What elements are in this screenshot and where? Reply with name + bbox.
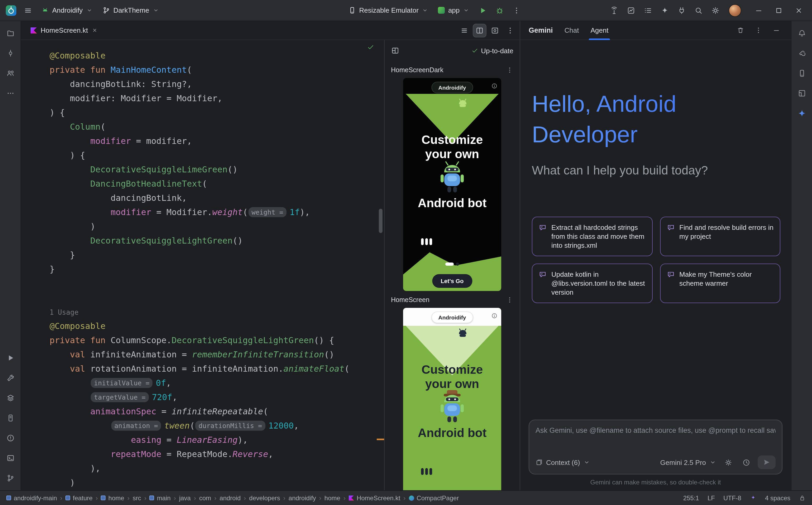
branch-selector[interactable]: DarkTheme [98, 2, 163, 18]
code-line[interactable]: val infiniteAnimation = rememberInfinite… [49, 347, 384, 362]
code-line[interactable]: @Composable [49, 319, 384, 333]
code-line[interactable]: animationSpec = infiniteRepeatable( [49, 404, 384, 418]
send-button[interactable] [758, 456, 776, 469]
gradle-icon[interactable] [794, 45, 810, 61]
gemini-prompt-input[interactable]: Ask Gemini, use @filename to attach sour… [529, 419, 783, 474]
build-icon[interactable] [2, 370, 18, 386]
minimize-button[interactable] [749, 0, 769, 21]
breadcrumb-item[interactable]: feature [66, 494, 93, 502]
editor-options-icon[interactable] [506, 26, 514, 34]
preview-options-icon[interactable] [506, 296, 513, 304]
run-config-selector[interactable]: app [434, 2, 474, 18]
code-line[interactable]: initialValue =0f, [49, 376, 384, 390]
code-line[interactable]: Column( [49, 120, 384, 134]
code-line[interactable]: repeatMode = RepeatMode.Reverse, [49, 447, 384, 461]
code-line[interactable]: modifier = Modifier.weight(weight =1f), [49, 205, 384, 219]
encoding[interactable]: UTF-8 [723, 494, 741, 502]
code-line[interactable]: targetValue =720f, [49, 390, 384, 404]
breadcrumb-item[interactable]: android [220, 494, 241, 502]
code-line[interactable]: ) { [49, 148, 384, 162]
notifications-bell-icon[interactable] [794, 25, 810, 41]
caret-position[interactable]: 255:1 [683, 494, 699, 502]
code-view-icon[interactable] [457, 23, 471, 37]
code-line[interactable]: ) { [49, 106, 384, 120]
code-line[interactable]: modifier = modifier, [49, 134, 384, 148]
editor-scrollbar[interactable] [379, 209, 382, 233]
terminal-icon[interactable] [2, 450, 18, 466]
code-line[interactable]: 1 Usage [49, 305, 384, 319]
gemini-settings-icon[interactable] [722, 456, 734, 469]
preview-label-HomeScreenDark[interactable]: HomeScreenDark [385, 63, 520, 77]
debug-button[interactable] [492, 2, 507, 18]
breadcrumb-item[interactable]: HomeScreen.kt [349, 494, 400, 502]
context-selector[interactable]: Context (6) [536, 458, 591, 466]
close-button[interactable] [789, 0, 809, 21]
code-line[interactable]: @Composable [49, 48, 384, 63]
preview-phone-dark[interactable]: Androidify Customizeyour own Android bot… [403, 78, 501, 291]
code-line[interactable]: DancingBotHeadlineText( [49, 177, 384, 191]
lets-go-button[interactable]: Let's Go [432, 274, 472, 288]
code-line[interactable]: easing = LinearEasing), [49, 433, 384, 447]
gemini-suggestion-card[interactable]: Make my Theme's color scheme warmer [660, 264, 780, 303]
commit-icon[interactable] [2, 45, 18, 61]
code-line[interactable]: private fun MainHomeContent( [49, 63, 384, 77]
model-selector[interactable]: Gemini 2.5 Pro [660, 458, 716, 466]
search-icon[interactable] [691, 2, 706, 18]
info-icon[interactable] [491, 313, 497, 319]
breadcrumb-item[interactable]: src [133, 494, 141, 502]
run-button[interactable] [475, 2, 491, 18]
project-selector[interactable]: Androidify [37, 2, 97, 18]
collaboration-icon[interactable] [2, 65, 18, 81]
device-selector[interactable]: Resizable Emulator [344, 2, 433, 18]
delete-conversation-icon[interactable] [734, 24, 746, 37]
code-line[interactable]: modifier: Modifier = Modifier, [49, 91, 384, 106]
info-icon[interactable] [491, 83, 497, 89]
settings-gear-icon[interactable] [707, 2, 723, 18]
code-line[interactable]: DecorativeSquiggleLimeGreen() [49, 162, 384, 177]
preview-label-HomeScreen[interactable]: HomeScreen [385, 293, 520, 307]
breadcrumb-item[interactable]: home [325, 494, 340, 502]
code-line[interactable]: ) [49, 476, 384, 490]
editor-tab-homescreen[interactable]: HomeScreen.kt [25, 21, 103, 40]
code-line[interactable] [49, 291, 384, 305]
close-tab-icon[interactable] [92, 27, 97, 33]
gemini-icon[interactable] [794, 106, 810, 121]
design-view-icon[interactable] [488, 23, 502, 37]
inspection-check-icon[interactable] [367, 43, 375, 51]
tab-chat[interactable]: Chat [565, 21, 579, 40]
task-list-icon[interactable] [640, 2, 656, 18]
preview-phone-light[interactable]: Androidify Customizeyour own Android bot… [403, 308, 501, 490]
avatar[interactable] [729, 4, 741, 17]
more-actions-icon[interactable] [508, 2, 525, 18]
version-control-icon[interactable] [2, 470, 18, 486]
code-line[interactable]: DecorativeSquiggleLightGreen() [49, 233, 384, 248]
code-line[interactable]: ), [49, 461, 384, 476]
breadcrumb-item[interactable]: developers [249, 494, 280, 502]
code-line[interactable]: } [49, 248, 384, 262]
breadcrumb-item[interactable]: androidify-main [6, 494, 57, 502]
gemini-more-icon[interactable] [752, 24, 765, 37]
breadcrumb-item[interactable]: home [101, 494, 124, 502]
code-line[interactable]: dancingBotLink: String?, [49, 77, 384, 91]
maximize-button[interactable] [769, 0, 789, 21]
breadcrumb-item[interactable]: main [149, 494, 171, 502]
run-tool-icon[interactable] [2, 350, 18, 366]
history-icon[interactable] [740, 456, 752, 469]
tab-agent[interactable]: Agent [590, 21, 608, 40]
hamburger-menu-icon[interactable] [20, 2, 36, 18]
preview-layout-icon[interactable] [391, 46, 399, 55]
gemini-suggestion-card[interactable]: Find and resolve build errors in my proj… [660, 217, 780, 256]
project-folder-icon[interactable] [2, 25, 18, 41]
ai-spark-icon[interactable] [750, 494, 757, 501]
breadcrumb-item[interactable]: CompactPager [409, 494, 459, 502]
gemini-suggestion-card[interactable]: Extract all hardcoded strings from this … [532, 217, 653, 256]
code-line[interactable]: ) [49, 219, 384, 233]
code-line[interactable] [49, 276, 384, 291]
more-tool-windows-icon[interactable] [2, 86, 18, 101]
code-editor[interactable]: @Composableprivate fun MainHomeContent( … [21, 40, 384, 490]
split-view-icon[interactable] [473, 23, 486, 37]
code-line[interactable]: dancingBotLink, [49, 191, 384, 205]
code-line[interactable]: animation =tween(durationMillis =12000, [49, 418, 384, 433]
profiler-icon[interactable] [623, 2, 639, 18]
preview-options-icon[interactable] [506, 66, 513, 74]
